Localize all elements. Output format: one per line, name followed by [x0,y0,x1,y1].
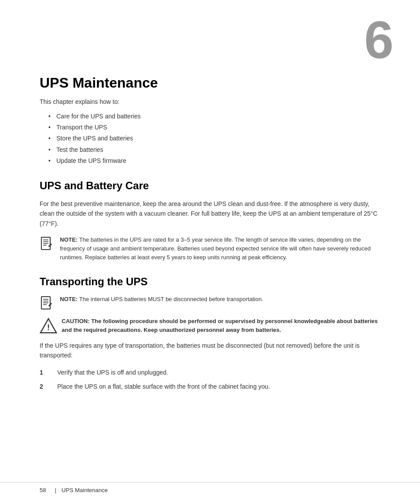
main-content: UPS Maintenance This chapter explains ho… [0,0,420,413]
step-1: 1 Verify that the UPS is off and unplugg… [40,368,380,377]
caution-label: CAUTION: [62,318,90,324]
caution-text: CAUTION: The following procedure should … [62,317,380,335]
caution-icon: ! [40,318,55,334]
note-icon-2 [40,296,54,310]
section2-heading: Transporting the UPS [40,276,380,288]
section1-heading: UPS and Battery Care [40,180,380,192]
note-body: The batteries in the UPS are rated for a… [60,236,371,261]
note-body-2: The internal UPS batteries MUST be disco… [79,296,263,302]
note-label-2: NOTE: [60,296,77,302]
list-item: Store the UPS and batteries [48,133,380,144]
section1-body: For the best preventive maintenance, kee… [40,199,380,228]
section1-note-text: NOTE: The batteries in the UPS are rated… [60,235,380,262]
list-item: Transport the UPS [48,122,380,133]
section1-note-box: NOTE: The batteries in the UPS are rated… [40,235,380,262]
section2-note-text: NOTE: The internal UPS batteries MUST be… [60,295,263,304]
list-item: Care for the UPS and batteries [48,111,380,122]
section2-note-box: NOTE: The internal UPS batteries MUST be… [40,295,380,310]
chapter-number: 6 [364,13,394,66]
list-item: Update the UPS firmware [48,155,380,166]
step-2: 2 Place the UPS on a flat, stable surfac… [40,382,380,391]
page-title: UPS Maintenance [40,75,380,91]
note-icon [40,236,54,250]
step-text-2: Place the UPS on a flat, stable surface … [57,382,380,391]
page-footer: 58 | UPS Maintenance [0,482,420,493]
intro-text: This chapter explains how to: [40,97,380,107]
note-label: NOTE: [60,236,77,243]
footer-page-number: 58 [40,487,46,493]
caution-body: The following procedure should be perfor… [62,318,378,333]
page-container: 6 UPS Maintenance This chapter explains … [0,0,420,504]
footer-chapter-name: UPS Maintenance [62,487,108,493]
step-number-2: 2 [40,382,48,391]
step-number-1: 1 [40,368,48,377]
svg-text:!: ! [47,323,50,332]
numbered-steps: 1 Verify that the UPS is off and unplugg… [40,368,380,392]
footer-divider: | [55,487,56,493]
caution-box: ! CAUTION: The following procedure shoul… [40,317,380,335]
list-item: Test the batteries [48,144,380,155]
section2-intro-para: If the UPS requires any type of transpor… [40,341,380,361]
step-text-1: Verify that the UPS is off and unplugged… [57,368,380,377]
bullet-list: Care for the UPS and batteries Transport… [48,111,380,166]
